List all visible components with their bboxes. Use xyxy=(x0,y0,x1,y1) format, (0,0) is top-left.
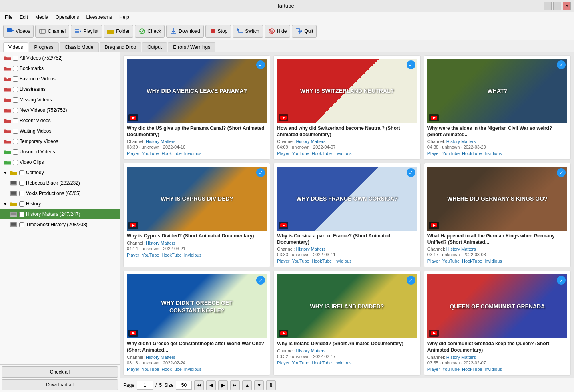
comedy-checkbox[interactable] xyxy=(19,170,24,175)
history-checkbox[interactable] xyxy=(19,201,24,207)
video-card-v6[interactable]: WHERE DID GERMANY'S KINGS GO? ✓ What Hap… xyxy=(424,163,571,267)
menu-livestreams[interactable]: Livestreams xyxy=(83,14,115,21)
video-card-v8[interactable]: WHY IS IRELAND DIVIDED? ✓ Why is Ireland… xyxy=(273,271,420,375)
prev-page-button[interactable]: ◀ xyxy=(206,380,216,390)
sidebar-item-all-videos[interactable]: All Videos (752/752) xyxy=(0,53,120,63)
link-youtube-v7[interactable]: YouTube xyxy=(142,367,159,372)
folder-button[interactable]: Folder xyxy=(104,25,133,38)
history-matters-checkbox[interactable] xyxy=(19,212,24,217)
rebecca-black-checkbox[interactable] xyxy=(19,181,24,186)
video-check-v4[interactable]: ✓ xyxy=(256,168,265,177)
link-invidious-v6[interactable]: Invidious xyxy=(484,259,502,263)
link-hooktube-v5[interactable]: HookTube xyxy=(312,259,332,263)
link-youtube-v2[interactable]: YouTube xyxy=(292,151,309,156)
close-button[interactable]: ✕ xyxy=(563,2,571,10)
video-card-v4[interactable]: WHY IS CYPRUS DIVIDED? ✓ Why is Cyprus D… xyxy=(123,163,270,267)
sidebar-item-new-videos[interactable]: New Videos (752/752) xyxy=(0,105,120,115)
link-hooktube-v3[interactable]: HookTube xyxy=(462,151,482,156)
tab-classic-mode[interactable]: Classic Mode xyxy=(60,42,99,52)
link-hooktube-v8[interactable]: HookTube xyxy=(312,360,332,365)
link-player-v7[interactable]: Player xyxy=(127,367,139,372)
link-youtube-v4[interactable]: YouTube xyxy=(142,253,159,257)
menu-operations[interactable]: Operations xyxy=(52,14,82,21)
link-youtube-v9[interactable]: YouTube xyxy=(442,367,460,372)
video-card-v5[interactable]: WHY DOES FRANCE OWN CORSICA? ✓ Why is Co… xyxy=(273,163,420,267)
link-youtube-v3[interactable]: YouTube xyxy=(442,151,460,156)
link-player-v8[interactable]: Player xyxy=(277,360,289,365)
video-check-v5[interactable]: ✓ xyxy=(407,168,415,177)
download-all-button[interactable]: Download all xyxy=(2,379,118,390)
first-page-button[interactable]: ⏮ xyxy=(194,380,204,390)
recent-videos-checkbox[interactable] xyxy=(13,118,18,123)
history-expand-arrow[interactable]: ▼ xyxy=(3,202,8,206)
link-invidious-v2[interactable]: Invidious xyxy=(334,151,351,156)
sidebar-item-unsorted-videos[interactable]: Unsorted Videos xyxy=(0,147,120,157)
switch-button[interactable]: Switch xyxy=(233,25,263,38)
all-videos-checkbox[interactable] xyxy=(13,56,18,61)
maximize-button[interactable]: □ xyxy=(553,2,561,10)
voxis-checkbox[interactable] xyxy=(19,191,24,196)
link-hooktube-v2[interactable]: HookTube xyxy=(312,151,332,156)
video-card-v7[interactable]: WHY DIDN'T GREECE GET CONSTANTINOPLE? ✓ … xyxy=(123,271,270,375)
video-check-v3[interactable]: ✓ xyxy=(557,60,566,69)
check-all-button[interactable]: Check all xyxy=(2,366,118,378)
sidebar-item-livestreams[interactable]: Livestreams xyxy=(0,84,120,94)
channel-link-v9[interactable]: History Matters xyxy=(446,355,476,360)
link-invidious-v4[interactable]: Invidious xyxy=(184,253,201,257)
window-controls[interactable]: ─ □ ✕ xyxy=(544,2,571,10)
sidebar-item-timeghost[interactable]: TimeGhost History (208/208) xyxy=(0,219,120,230)
video-check-v7[interactable]: ✓ xyxy=(256,276,265,285)
link-invidious-v1[interactable]: Invidious xyxy=(184,151,201,156)
sort-up-button[interactable]: ▲ xyxy=(242,380,252,390)
playlist-button[interactable]: Playlist xyxy=(71,25,102,38)
current-page-input[interactable] xyxy=(137,381,153,390)
video-check-v8[interactable]: ✓ xyxy=(407,276,415,285)
channel-button[interactable]: Channel xyxy=(35,25,69,38)
download-button[interactable]: Download xyxy=(166,25,203,38)
new-videos-checkbox[interactable] xyxy=(13,108,18,113)
link-player-v5[interactable]: Player xyxy=(277,259,289,263)
livestreams-checkbox[interactable] xyxy=(13,87,18,92)
channel-link-v1[interactable]: History Matters xyxy=(146,139,175,144)
video-clips-checkbox[interactable] xyxy=(13,160,18,165)
channel-link-v6[interactable]: History Matters xyxy=(446,247,476,251)
link-player-v1[interactable]: Player xyxy=(127,151,139,156)
link-invidious-v5[interactable]: Invidious xyxy=(334,259,351,263)
sidebar-item-waiting-videos[interactable]: Waiting Videos xyxy=(0,126,120,136)
videos-button[interactable]: Videos xyxy=(3,25,34,38)
link-invidious-v3[interactable]: Invidious xyxy=(484,151,502,156)
bookmarks-checkbox[interactable] xyxy=(13,66,18,71)
link-youtube-v8[interactable]: YouTube xyxy=(292,360,309,365)
menu-help[interactable]: Help xyxy=(116,14,132,21)
link-invidious-v8[interactable]: Invidious xyxy=(334,360,351,365)
stop-button[interactable]: Stop xyxy=(205,25,231,38)
link-invidious-v7[interactable]: Invidious xyxy=(184,367,201,372)
video-check-v9[interactable]: ✓ xyxy=(557,276,566,285)
missing-videos-checkbox[interactable] xyxy=(13,97,18,103)
sort-options-button[interactable]: ⇅ xyxy=(266,380,276,390)
tab-progress[interactable]: Progress xyxy=(29,42,58,52)
unsorted-videos-checkbox[interactable] xyxy=(13,149,18,155)
link-invidious-v9[interactable]: Invidious xyxy=(484,367,502,372)
sidebar-item-missing-videos[interactable]: Missing Videos xyxy=(0,94,120,105)
link-youtube-v5[interactable]: YouTube xyxy=(292,259,309,263)
channel-link-v2[interactable]: History Matters xyxy=(296,139,325,144)
channel-link-v7[interactable]: History Matters xyxy=(146,355,175,360)
minimize-button[interactable]: ─ xyxy=(544,2,552,10)
sidebar-item-video-clips[interactable]: Video Clips xyxy=(0,157,120,167)
link-youtube-v1[interactable]: YouTube xyxy=(142,151,159,156)
sidebar-item-history-matters[interactable]: History Matters (247/247) xyxy=(0,209,120,219)
channel-link-v3[interactable]: History Matters xyxy=(446,139,476,144)
link-hooktube-v4[interactable]: HookTube xyxy=(161,253,181,257)
tab-drag-and-drop[interactable]: Drag and Drop xyxy=(100,42,142,52)
sidebar-item-recent-videos[interactable]: Recent Videos xyxy=(0,115,120,126)
sidebar-item-rebecca-black[interactable]: Rebecca Black (232/232) xyxy=(0,178,120,188)
tab-errors-warnings[interactable]: Errors / Warnings xyxy=(168,42,215,52)
link-hooktube-v1[interactable]: HookTube xyxy=(161,151,181,156)
link-hooktube-v9[interactable]: HookTube xyxy=(462,367,482,372)
last-page-button[interactable]: ⏭ xyxy=(230,380,240,390)
sidebar-item-favourite-videos[interactable]: Favourite Videos xyxy=(0,74,120,84)
quit-button[interactable]: Quit xyxy=(292,25,317,38)
link-player-v6[interactable]: Player xyxy=(427,259,440,263)
check-button[interactable]: Check xyxy=(135,25,165,38)
